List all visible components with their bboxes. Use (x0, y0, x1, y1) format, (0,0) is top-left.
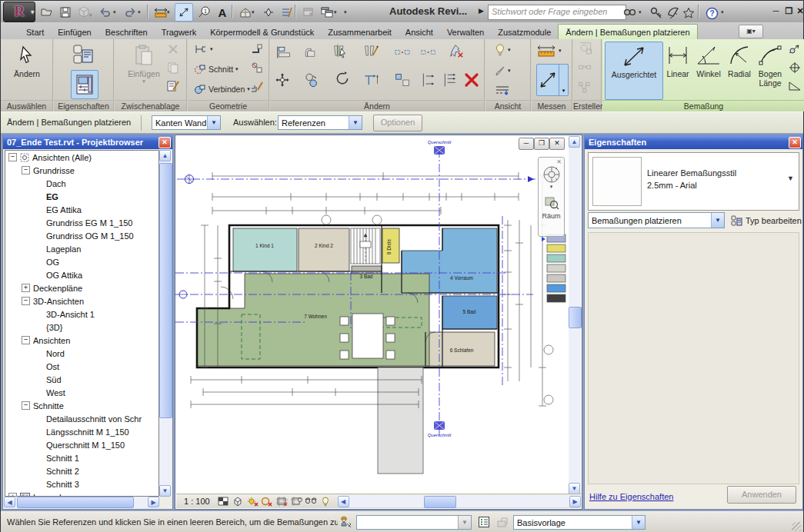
edit-requests-icon[interactable] (496, 516, 509, 528)
crop-view-icon[interactable] (275, 496, 289, 507)
text-button[interactable]: A (213, 3, 232, 22)
help-button[interactable]: ? (702, 4, 721, 22)
match-properties-icon[interactable] (165, 79, 181, 93)
minimize-button[interactable]: ─ (770, 5, 782, 17)
collapse-icon[interactable] (8, 153, 17, 161)
floor-plan-svg[interactable]: Querschnitt Querschnitt 1 Kind 1 2 Kind … (175, 135, 569, 495)
trim-multiple-icon[interactable] (442, 73, 458, 87)
collapse-icon[interactable] (22, 166, 30, 175)
delete-icon[interactable] (464, 73, 479, 87)
hide-elements-icon[interactable]: ▾ (495, 44, 511, 56)
redo-button[interactable] (121, 3, 139, 22)
open-button[interactable] (38, 3, 56, 22)
undo-dropdown[interactable]: ▾ (113, 9, 116, 15)
spot-slope-icon[interactable] (787, 79, 802, 93)
favorites-star-icon[interactable] (679, 4, 698, 22)
dim-aligned-button[interactable]: Ausgerichtet (605, 42, 663, 100)
expand-icon[interactable] (22, 284, 30, 292)
panel-label[interactable]: Eigenschaften (54, 100, 113, 111)
dim-radial-button[interactable]: Radial (726, 42, 753, 78)
checklist-icon[interactable] (478, 516, 490, 528)
tree-item-laengsschnitt[interactable]: Längsschnitt M 1_150 (5, 425, 158, 438)
join-geometry-button[interactable]: Verbinden▾ (194, 84, 250, 95)
aligned-dimension-ribbon-button[interactable]: ▾ (536, 64, 569, 96)
design-options-icon[interactable] (339, 516, 352, 529)
properties-title[interactable]: Eigenschaften (585, 135, 802, 149)
sun-path-off-icon[interactable] (245, 496, 260, 507)
save-button[interactable] (56, 3, 75, 22)
switch-windows-dropdown[interactable]: ▾ (334, 9, 337, 15)
chevron-down-icon[interactable]: ▾ (550, 184, 553, 190)
pick-select[interactable]: Referenzen ▼ (278, 115, 362, 130)
type-selector[interactable]: Linearer Bemaßungsstil 2.5mm - Arial ▼ (588, 152, 799, 211)
array-linear-icon[interactable] (395, 45, 410, 59)
chevron-down-icon[interactable]: ▼ (787, 175, 794, 182)
rotate-icon[interactable] (335, 71, 350, 85)
customize-qat-dropdown[interactable]: ▾ (344, 9, 347, 15)
tree-item-3d[interactable]: {3D} (5, 321, 158, 334)
tab-koerpermodell[interactable]: Körpermodell & Grundstück (203, 25, 321, 39)
linework-icon[interactable] (495, 84, 510, 96)
properties-help-link[interactable]: Hilfe zu Eigenschaften (589, 492, 673, 501)
tab-einfuegen[interactable]: Einfügen (51, 25, 98, 39)
tree-item-schnitt-1[interactable]: Schnitt 1 (5, 451, 158, 464)
tab-start[interactable]: Start (19, 25, 51, 39)
wall-joins-icon[interactable] (249, 42, 265, 56)
canvas-horizontal-scrollbar[interactable]: ◀ ▶ (338, 496, 581, 507)
split-element-icon[interactable] (333, 44, 349, 58)
override-graphics-icon[interactable]: ▾ (495, 65, 511, 76)
view-restore-button[interactable]: ❐ (534, 138, 549, 150)
mirror-icon[interactable] (395, 73, 410, 87)
properties-palette-button[interactable] (71, 70, 98, 99)
subscription-key-icon[interactable] (647, 4, 666, 22)
mode-select[interactable]: Bemaßungen platzieren ▼ (588, 212, 725, 228)
tree-item-3d-ansichten[interactable]: 3D-Ansichten (5, 294, 158, 308)
create-similar-icon[interactable] (578, 64, 593, 78)
scroll-up-icon[interactable]: ▲ (159, 150, 171, 161)
search-input[interactable]: Stichwort oder Frage eingeben (488, 5, 626, 20)
tree-item-grundriss-og[interactable]: Grundriss OG M 1_150 (5, 229, 158, 242)
view-dropdown[interactable]: ▾ (252, 9, 255, 15)
drawing-area[interactable]: Querschnitt Querschnitt 1 Kind 1 2 Kind … (175, 135, 582, 510)
scrollbar-thumb[interactable] (424, 496, 456, 508)
collapse-icon[interactable] (22, 297, 30, 305)
split-with-gap-icon[interactable] (364, 44, 379, 58)
array-radial-icon[interactable] (421, 45, 436, 59)
tree-item-schnitt-3[interactable]: Schnitt 3 (5, 477, 158, 490)
steering-wheel-icon[interactable] (542, 165, 561, 184)
type-properties-button[interactable] (71, 42, 97, 67)
unjoin-icon[interactable] (249, 61, 265, 75)
panel-label[interactable]: Messen (532, 100, 572, 111)
measure-tool-icon[interactable]: ▾ (536, 44, 562, 58)
tree-item-ansichten-alle[interactable]: Ansichten (Alle) (5, 151, 158, 164)
tree-item-west[interactable]: West (5, 386, 158, 399)
edit-type-button[interactable]: Typ bearbeiten (731, 212, 802, 228)
tree-item-schnitte[interactable]: Schnitte (5, 399, 158, 412)
tree-item-eg-active[interactable]: EG (5, 190, 158, 203)
scroll-down-icon[interactable]: ▼ (159, 485, 171, 497)
modify-button[interactable]: Ändern (8, 42, 45, 78)
tree-item-legenden[interactable]: Legenden (5, 490, 158, 497)
tree-item-og[interactable]: OG (5, 255, 158, 268)
tab-zusatzmodule[interactable]: Zusatzmodule (491, 25, 558, 39)
measure-dropdown[interactable]: ▾ (167, 9, 170, 15)
browser-horizontal-scrollbar[interactable]: ◀ ▶ (4, 497, 159, 508)
tree-item-grundrisse[interactable]: Grundrisse (5, 164, 158, 177)
zoom-icon[interactable] (544, 195, 559, 210)
detail-level-icon[interactable] (216, 496, 231, 507)
tree-item-dach[interactable]: Dach (5, 177, 158, 190)
tab-ansicht[interactable]: Ansicht (399, 25, 440, 39)
dim-arc-length-button[interactable]: Bogen Länge (755, 42, 786, 88)
panel-label[interactable]: Zwischenablage (115, 100, 186, 111)
view-scale[interactable]: 1 : 100 (184, 497, 210, 506)
sync-button[interactable]: ▾ (75, 3, 93, 22)
trim-extend-corner-icon[interactable] (364, 71, 379, 85)
tree-item-eg-attika[interactable]: EG Attika (5, 203, 158, 216)
scrollbar-thumb[interactable] (159, 163, 172, 418)
tree-item-3d-ansicht-1[interactable]: 3D-Ansicht 1 (5, 308, 158, 321)
tag-button[interactable]: 1 (195, 3, 213, 22)
panel-label[interactable]: Erstellen (573, 100, 601, 111)
section-marker-bottom[interactable]: Querschnitt (428, 421, 452, 437)
design-options-select[interactable]: ▼ (356, 515, 472, 530)
view-close-button[interactable]: ✕ (549, 138, 565, 150)
